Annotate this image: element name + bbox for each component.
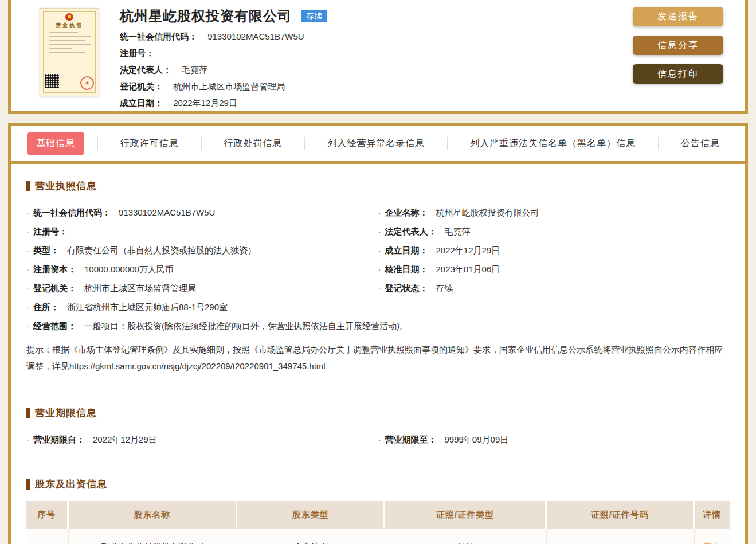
tab-abnormal-operations[interactable]: 列入经营异常名录信息 <box>318 132 434 155</box>
header-buttons: 发送报告 信息分享 信息打印 <box>633 6 723 114</box>
header-field-credit-code: 统一社会信用代码： 91330102MAC51B7W5U <box>120 31 633 42</box>
company-name: 杭州星屹股权投资有限公司 <box>120 7 292 25</box>
field-reg-number: ·注册号： <box>26 222 378 241</box>
field-establish-date: ·成立日期：2022年12月29日 <box>378 241 730 260</box>
tab-admin-license[interactable]: 行政许可信息 <box>111 132 188 155</box>
field-period-from: ·营业期限自：2022年12月29日 <box>26 430 378 449</box>
field-reg-authority: ·登记机关：杭州市上城区市场监督管理局 <box>26 279 378 298</box>
tab-basic-info[interactable]: 基础信息 <box>27 132 84 155</box>
tab-serious-violations[interactable]: 列入严重违法失信名单（黑名单）信息 <box>461 132 645 155</box>
col-header-cert-type: 证照/证件类型 <box>385 501 547 529</box>
col-header-type: 股东类型 <box>237 501 385 529</box>
shareholders-table: 序号 股东名称 股东类型 证照/证件类型 证照/证件号码 详情 1 毛戈平化妆品… <box>26 501 730 544</box>
section-bar-icon <box>26 408 30 418</box>
company-info: 杭州星屹股权投资有限公司 存续 统一社会信用代码： 91330102MAC51B… <box>120 6 633 114</box>
qr-code-icon <box>45 74 59 88</box>
cell-name: 毛戈平化妆品股份有限公司 <box>69 529 237 544</box>
section-title-business-license: 营业执照信息 <box>26 179 730 193</box>
table-header-row: 序号 股东名称 股东类型 证照/证件类型 证照/证件号码 详情 <box>26 501 730 529</box>
tab-bar: 基础信息 行政许可信息 行政处罚信息 列入经营异常名录信息 列入严重违法失信名单… <box>11 126 745 161</box>
field-period-to: ·营业期限至：9999年09月09日 <box>378 430 730 449</box>
status-badge: 存续 <box>301 10 327 22</box>
send-report-button[interactable]: 发送报告 <box>633 7 723 26</box>
cell-index: 1 <box>26 529 69 544</box>
business-license-image[interactable]: 营业执照 ★ <box>40 8 99 96</box>
section-title-business-period: 营业期限信息 <box>26 406 730 420</box>
field-business-scope: ·经营范围：一般项目：股权投资(除依法须经批准的项目外，凭营业执照依法自主开展经… <box>26 316 730 335</box>
cell-cert-no: 913301007245002892 <box>547 529 695 544</box>
tab-announcements[interactable]: 公告信息 <box>672 132 729 155</box>
cell-type: 企业法人 <box>237 529 385 544</box>
field-credit-code: ·统一社会信用代码：91330102MAC51B7W5U <box>26 203 378 222</box>
print-info-button[interactable]: 信息打印 <box>633 64 723 84</box>
content: 营业执照信息 ·统一社会信用代码：91330102MAC51B7W5U ·企业名… <box>11 164 745 544</box>
page: 营业执照 ★ 杭州星屹股权投资有限公司 存续 统一社会信用代码： 9133010… <box>0 0 756 544</box>
section-bar-icon <box>26 479 30 490</box>
header-field-legal-rep: 法定代表人： 毛霓萍 <box>120 64 633 75</box>
field-company-name: ·企业名称：杭州星屹股权投资有限公司 <box>378 203 730 222</box>
main-card: 基础信息 行政许可信息 行政处罚信息 列入经营异常名录信息 列入严重违法失信名单… <box>8 123 748 544</box>
header-field-reg-authority: 登记机关： 杭州市上城区市场监督管理局 <box>120 81 633 92</box>
share-info-button[interactable]: 信息分享 <box>633 36 723 55</box>
header-field-establish-date: 成立日期： 2022年12月29日 <box>120 97 633 108</box>
cell-cert-type: 其他 <box>385 529 547 544</box>
red-seal-icon: ★ <box>80 76 94 90</box>
section-title-shareholders: 股东及出资信息 <box>26 478 730 491</box>
field-legal-rep: ·法定代表人：毛霓萍 <box>378 222 730 241</box>
col-header-detail: 详情 <box>695 501 730 529</box>
col-header-name: 股东名称 <box>69 501 237 529</box>
tab-admin-penalty[interactable]: 行政处罚信息 <box>215 132 292 155</box>
field-address: ·住所：浙江省杭州市上城区元帅庙后88-1号290室 <box>26 298 730 316</box>
cell-detail: 查看 <box>695 529 730 544</box>
license-adjustment-notice: 提示：根据《市场主体登记管理条例》及其实施细则，按照《市场监管总局办公厅关于调整… <box>26 341 724 374</box>
section-shareholders: 股东及出资信息 序号 股东名称 股东类型 证照/证件类型 证照/证件号码 详情 … <box>26 478 730 544</box>
section-business-period: 营业期限信息 ·营业期限自：2022年12月29日 ·营业期限至：9999年09… <box>26 406 730 449</box>
company-header-card: 营业执照 ★ 杭州星屹股权投资有限公司 存续 统一社会信用代码： 9133010… <box>8 0 748 114</box>
view-detail-link[interactable]: 查看 <box>703 542 720 544</box>
header-field-reg-number: 注册号： <box>120 48 633 58</box>
field-company-type: ·类型：有限责任公司（非自然人投资或控股的法人独资） <box>26 241 378 260</box>
field-registered-capital: ·注册资本：10000.000000万人民币 <box>26 260 378 279</box>
field-approval-date: ·核准日期：2023年01月06日 <box>378 260 730 279</box>
table-row: 1 毛戈平化妆品股份有限公司 企业法人 其他 91330100724500289… <box>26 529 730 544</box>
col-header-cert-no: 证照/证件号码 <box>547 501 695 529</box>
col-header-index: 序号 <box>26 501 69 529</box>
field-reg-status: ·登记状态：存续 <box>378 279 730 298</box>
section-bar-icon <box>26 181 30 191</box>
